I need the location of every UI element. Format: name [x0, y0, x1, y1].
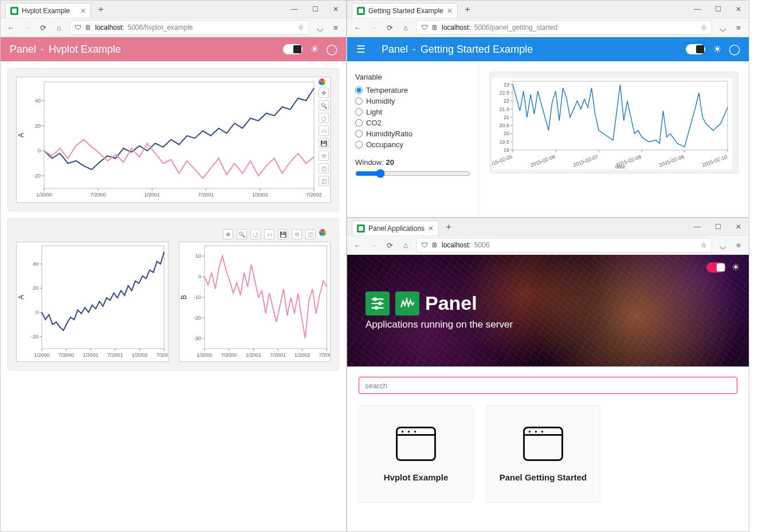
close-window-button[interactable]: ✕	[325, 1, 346, 18]
reload-button[interactable]: ⟳	[384, 22, 395, 33]
search-input[interactable]: search	[359, 377, 737, 394]
save-icon[interactable]: 💾	[319, 138, 329, 148]
menu-icon[interactable]: ≡	[330, 22, 341, 33]
theme-toggle[interactable]	[686, 44, 705, 54]
bookmark-icon[interactable]: ☆	[298, 23, 304, 31]
zoom-tool-icon[interactable]: 🔍	[237, 229, 247, 239]
sun-icon: ☀	[712, 44, 722, 54]
bookmark-icon[interactable]: ☆	[701, 23, 707, 31]
maximize-button[interactable]: ☐	[708, 218, 728, 235]
hover-icon[interactable]: ◫	[319, 163, 329, 174]
app-card[interactable]: ● ● ●Panel Getting Started	[486, 405, 600, 503]
home-button[interactable]: ⌂	[400, 239, 411, 251]
zoom-tool-icon[interactable]: 🔍	[319, 100, 329, 111]
chart-br[interactable]: -30-20-100101/20007/20001/20017/20011/20…	[179, 242, 331, 362]
back-button[interactable]: ←	[5, 22, 17, 33]
close-window-button[interactable]: ✕	[728, 218, 749, 235]
chart-top[interactable]: -20020401/20007/20001/20017/20011/20027/…	[16, 77, 331, 203]
browser-tab[interactable]: Getting Started Example ✕	[352, 3, 458, 18]
bokeh-logo-icon[interactable]	[319, 229, 326, 236]
variable-radio-option[interactable]: Light	[355, 107, 470, 117]
app-header: Panel - Hvplot Example ☀ ◯	[1, 37, 346, 61]
variable-radio-option[interactable]: Occupancy	[355, 139, 470, 150]
variable-radio-option[interactable]: CO2	[355, 117, 470, 128]
app-content: -20020401/20007/20001/20017/20011/20027/…	[1, 61, 346, 531]
page-icon: 🗎	[431, 23, 438, 31]
pocket-icon[interactable]: ◡	[314, 22, 325, 33]
svg-text:1/2002: 1/2002	[294, 352, 310, 358]
variable-radio-option[interactable]: HumidityRatio	[355, 128, 470, 139]
back-button[interactable]: ←	[352, 22, 363, 33]
home-button[interactable]: ⌂	[53, 22, 65, 33]
svg-text:-10: -10	[193, 294, 201, 300]
chart-temperature[interactable]: 1919.52020.52121.52222.5232015-02-052015…	[492, 78, 732, 170]
app-content: Variable TemperatureHumidityLightCO2Humi…	[347, 61, 749, 217]
crosshair-icon[interactable]: ◫	[319, 176, 329, 186]
svg-text:7/2002: 7/2002	[306, 192, 322, 198]
back-button[interactable]: ←	[352, 239, 363, 251]
reset-icon[interactable]: ⟲	[319, 151, 329, 161]
forward-button[interactable]: →	[368, 22, 379, 33]
radio-label: Occupancy	[366, 140, 403, 149]
bookmark-icon[interactable]: ☆	[701, 241, 707, 249]
app-title-sep: -	[41, 44, 44, 56]
browser-tab[interactable]: Hvplot Example ✕	[5, 3, 91, 18]
forward-button[interactable]: →	[21, 22, 33, 33]
box-zoom-icon[interactable]: ▭	[264, 229, 274, 239]
close-tab-icon[interactable]: ✕	[80, 7, 86, 15]
reload-button[interactable]: ⟳	[37, 22, 49, 33]
menu-icon[interactable]: ≡	[733, 239, 744, 251]
svg-text:-20: -20	[31, 334, 38, 340]
menu-icon[interactable]: ≡	[733, 22, 744, 33]
chart-bl[interactable]: -20020401/20007/20001/20017/20011/20027/…	[16, 242, 168, 362]
wheel-zoom-icon[interactable]: ⭯	[250, 229, 261, 239]
close-tab-icon[interactable]: ✕	[447, 7, 453, 15]
theme-toggle[interactable]	[283, 44, 302, 54]
sun-icon: ☀	[732, 262, 740, 273]
pocket-icon[interactable]: ◡	[717, 239, 728, 251]
variable-radio-option[interactable]: Temperature	[355, 85, 470, 96]
minimize-button[interactable]: —	[284, 1, 305, 18]
new-tab-button[interactable]: ＋	[95, 3, 107, 15]
url-input[interactable]: 🛡 🗎 localhost:5006/panel_getting_started…	[416, 20, 712, 35]
wheel-zoom-icon[interactable]: ⭯	[319, 113, 329, 123]
close-window-button[interactable]: ✕	[728, 1, 749, 18]
box-zoom-icon[interactable]: ▭	[319, 125, 329, 136]
shield-icon: 🛡	[421, 241, 428, 249]
favicon-icon	[357, 224, 365, 232]
svg-text:1/2001: 1/2001	[83, 352, 99, 358]
theme-toggle[interactable]	[706, 262, 726, 273]
svg-text:7/2000: 7/2000	[90, 192, 106, 198]
bokeh-logo-icon[interactable]	[319, 78, 325, 85]
window-slider[interactable]	[355, 169, 470, 178]
pan-tool-icon[interactable]: ✥	[319, 88, 329, 98]
reset-icon[interactable]: ⟲	[292, 229, 302, 239]
url-input[interactable]: 🛡 🗎 localhost:5006/hvplot_example ☆	[69, 20, 309, 35]
hamburger-icon[interactable]: ☰	[356, 43, 366, 56]
url-input[interactable]: 🛡 🗎 localhost:5006 ☆	[416, 238, 712, 253]
minimize-button[interactable]: —	[687, 1, 708, 18]
radio-label: HumidityRatio	[366, 129, 412, 138]
reload-button[interactable]: ⟳	[384, 239, 395, 251]
save-icon[interactable]: 💾	[278, 229, 288, 239]
minimize-button[interactable]: —	[687, 218, 708, 235]
window-controls: — ☐ ✕	[687, 218, 749, 235]
maximize-button[interactable]: ☐	[305, 1, 325, 18]
favicon-icon	[10, 7, 18, 15]
maximize-button[interactable]: ☐	[708, 1, 728, 18]
hover-icon[interactable]: ◫	[305, 229, 316, 239]
home-button[interactable]: ⌂	[400, 22, 411, 33]
svg-text:A: A	[17, 295, 25, 300]
forward-button[interactable]: →	[368, 239, 379, 251]
new-tab-button[interactable]: ＋	[461, 3, 474, 15]
browser-tab[interactable]: Panel Applications ✕	[352, 220, 439, 235]
sun-icon: ☀	[309, 44, 320, 54]
url-path: 5006/hvplot_example	[128, 23, 193, 31]
new-tab-button[interactable]: ＋	[442, 220, 455, 233]
svg-rect-22	[42, 246, 164, 349]
pocket-icon[interactable]: ◡	[717, 22, 728, 33]
app-card[interactable]: ● ● ●Hvplot Example	[359, 405, 473, 503]
pan-tool-icon[interactable]: ✥	[223, 229, 233, 239]
close-tab-icon[interactable]: ✕	[428, 224, 434, 232]
variable-radio-option[interactable]: Humidity	[355, 96, 470, 107]
